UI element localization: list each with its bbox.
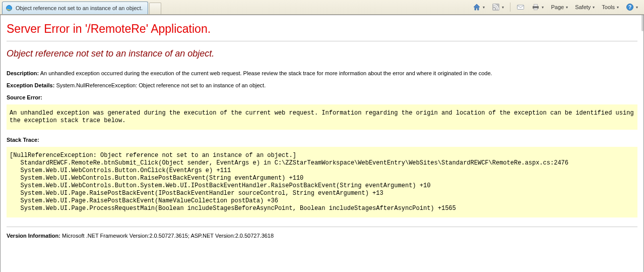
help-button[interactable]: ? ▾ [623, 2, 641, 13]
version-line: Version Information: Microsoft .NET Fram… [7, 233, 637, 239]
source-error-label: Source Error: [7, 94, 637, 100]
exception-details-text: System.NullReferenceException: Object re… [56, 82, 266, 88]
home-icon [473, 3, 481, 11]
tools-menu-label: Tools [602, 4, 615, 10]
rss-icon [492, 3, 500, 11]
svg-text:?: ? [628, 5, 631, 10]
divider [7, 41, 637, 41]
version-text: Microsoft .NET Framework Version:2.0.507… [62, 233, 274, 239]
ie-favicon-icon [6, 5, 13, 12]
tools-menu-button[interactable]: Tools ▾ [599, 2, 622, 13]
page-menu-label: Page [551, 4, 564, 10]
exception-details-label: Exception Details: [7, 82, 54, 88]
printer-icon [532, 3, 540, 11]
chevron-down-icon: ▾ [502, 5, 504, 10]
read-mail-button[interactable] [513, 2, 528, 13]
home-button[interactable]: ▾ [470, 2, 488, 13]
exception-title: Object reference not set to an instance … [7, 48, 637, 59]
svg-point-3 [493, 8, 495, 10]
ie-command-bar: Object reference not set to an instance … [0, 0, 644, 15]
error-body: Server Error in '/RemoteRe' Application.… [1, 15, 643, 239]
source-error-block: An unhandled exception was generated dur… [7, 104, 637, 130]
command-items: ▾ ▾ [470, 0, 644, 14]
svg-rect-7 [534, 8, 538, 10]
stack-trace-block: [NullReferenceException: Object referenc… [7, 147, 637, 217]
safety-menu-label: Safety [575, 4, 591, 10]
version-label: Version Information: [7, 233, 60, 239]
divider [7, 227, 637, 227]
mail-icon [517, 3, 525, 11]
page-menu-button[interactable]: Page ▾ [548, 2, 571, 13]
stack-trace-label: Stack Trace: [7, 137, 637, 143]
new-tab-button[interactable] [149, 3, 161, 14]
chevron-down-icon: ▾ [636, 5, 638, 10]
chevron-down-icon: ▾ [542, 5, 544, 10]
exception-details-line: Exception Details: System.NullReferenceE… [7, 82, 637, 88]
browser-tab-active[interactable]: Object reference not set to an instance … [2, 2, 148, 14]
separator [510, 3, 510, 12]
chevron-down-icon: ▾ [593, 5, 595, 10]
chevron-down-icon: ▾ [617, 5, 619, 10]
description-text: An unhandled exception occurred during t… [40, 70, 492, 76]
description-label: Description: [7, 70, 39, 76]
svg-rect-6 [534, 5, 538, 7]
chevron-down-icon: ▾ [566, 5, 568, 10]
feeds-button[interactable]: ▾ [489, 2, 507, 13]
chevron-down-icon: ▾ [483, 5, 485, 10]
server-error-heading: Server Error in '/RemoteRe' Application. [7, 22, 637, 36]
help-icon: ? [626, 3, 634, 11]
content-frame: Server Error in '/RemoteRe' Application.… [0, 15, 644, 272]
print-button[interactable]: ▾ [529, 2, 547, 13]
tab-title: Object reference not set to an instance … [16, 5, 143, 11]
tab-strip: Object reference not set to an instance … [0, 0, 161, 14]
description-line: Description: An unhandled exception occu… [7, 70, 637, 76]
vertical-scrollbar[interactable] [641, 15, 643, 31]
safety-menu-button[interactable]: Safety ▾ [572, 2, 598, 13]
